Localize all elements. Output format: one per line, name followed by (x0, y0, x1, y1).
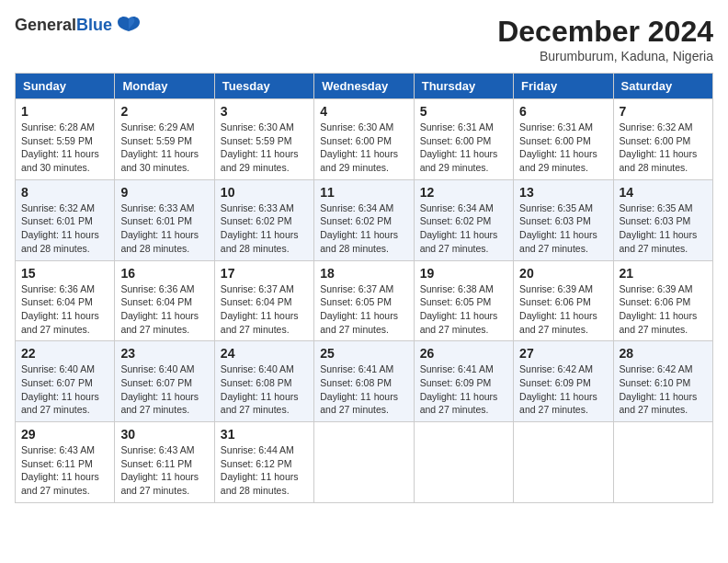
day-number: 12 (420, 185, 507, 200)
day-number: 30 (120, 427, 208, 442)
day-info: Sunrise: 6:32 AMSunset: 6:01 PMDaylight:… (21, 201, 108, 256)
day-number: 10 (221, 185, 308, 200)
day-number: 16 (120, 266, 208, 281)
day-info: Sunrise: 6:42 AMSunset: 6:09 PMDaylight:… (519, 362, 607, 417)
title-block: December 2024 Burumburum, Kaduna, Nigeri… (497, 15, 713, 63)
week-row-3: 15Sunrise: 6:36 AMSunset: 6:04 PMDayligh… (16, 260, 713, 341)
day-cell: 31Sunrise: 6:44 AMSunset: 6:12 PMDayligh… (214, 422, 313, 503)
day-info: Sunrise: 6:30 AMSunset: 5:59 PMDaylight:… (221, 121, 308, 175)
day-info: Sunrise: 6:28 AMSunset: 5:59 PMDaylight:… (21, 121, 108, 175)
day-cell: 30Sunrise: 6:43 AMSunset: 6:11 PMDayligh… (115, 422, 214, 503)
logo-general: General (15, 16, 76, 34)
day-number: 8 (21, 185, 108, 200)
day-info: Sunrise: 6:37 AMSunset: 6:05 PMDaylight:… (320, 282, 407, 337)
day-info: Sunrise: 6:34 AMSunset: 6:02 PMDaylight:… (320, 201, 407, 256)
day-number: 1 (21, 104, 108, 119)
day-info: Sunrise: 6:44 AMSunset: 6:12 PMDaylight:… (221, 443, 308, 498)
col-header-friday: Friday (514, 74, 613, 99)
day-number: 3 (221, 104, 308, 119)
day-info: Sunrise: 6:38 AMSunset: 6:05 PMDaylight:… (420, 282, 507, 337)
day-cell: 6Sunrise: 6:31 AMSunset: 6:00 PMDaylight… (514, 99, 613, 180)
day-info: Sunrise: 6:40 AMSunset: 6:07 PMDaylight:… (120, 362, 208, 417)
day-info: Sunrise: 6:43 AMSunset: 6:11 PMDaylight:… (21, 443, 108, 498)
col-header-tuesday: Tuesday (214, 74, 313, 99)
day-cell: 1Sunrise: 6:28 AMSunset: 5:59 PMDaylight… (16, 99, 115, 180)
day-cell: 26Sunrise: 6:41 AMSunset: 6:09 PMDayligh… (414, 341, 513, 422)
logo-text: GeneralBlue (15, 16, 112, 35)
week-row-1: 1Sunrise: 6:28 AMSunset: 5:59 PMDaylight… (16, 99, 713, 180)
day-cell: 7Sunrise: 6:32 AMSunset: 6:00 PMDaylight… (613, 99, 712, 180)
day-number: 4 (320, 104, 407, 119)
location-subtitle: Burumburum, Kaduna, Nigeria (497, 49, 713, 63)
day-cell: 2Sunrise: 6:29 AMSunset: 5:59 PMDaylight… (115, 99, 214, 180)
day-number: 17 (221, 266, 308, 281)
logo: GeneralBlue (15, 15, 142, 35)
day-cell: 20Sunrise: 6:39 AMSunset: 6:06 PMDayligh… (514, 260, 613, 341)
day-cell: 4Sunrise: 6:30 AMSunset: 6:00 PMDaylight… (314, 99, 414, 180)
day-cell: 9Sunrise: 6:33 AMSunset: 6:01 PMDaylight… (115, 179, 214, 260)
col-header-wednesday: Wednesday (314, 74, 414, 99)
day-cell (314, 422, 414, 503)
day-number: 11 (320, 185, 407, 200)
day-cell (414, 422, 513, 503)
day-info: Sunrise: 6:35 AMSunset: 6:03 PMDaylight:… (519, 201, 607, 256)
col-header-monday: Monday (115, 74, 214, 99)
day-info: Sunrise: 6:36 AMSunset: 6:04 PMDaylight:… (120, 282, 208, 337)
day-number: 25 (320, 346, 407, 361)
day-info: Sunrise: 6:42 AMSunset: 6:10 PMDaylight:… (620, 362, 707, 417)
day-number: 15 (21, 266, 108, 281)
day-number: 20 (519, 266, 607, 281)
day-number: 22 (21, 346, 108, 361)
calendar-table: SundayMondayTuesdayWednesdayThursdayFrid… (15, 73, 713, 503)
day-number: 7 (620, 104, 707, 119)
day-info: Sunrise: 6:32 AMSunset: 6:00 PMDaylight:… (620, 121, 707, 175)
day-cell: 14Sunrise: 6:35 AMSunset: 6:03 PMDayligh… (613, 179, 712, 260)
day-number: 28 (620, 346, 707, 361)
week-row-2: 8Sunrise: 6:32 AMSunset: 6:01 PMDaylight… (16, 179, 713, 260)
day-info: Sunrise: 6:34 AMSunset: 6:02 PMDaylight:… (420, 201, 507, 256)
week-row-4: 22Sunrise: 6:40 AMSunset: 6:07 PMDayligh… (16, 341, 713, 422)
day-number: 27 (519, 346, 607, 361)
day-cell: 10Sunrise: 6:33 AMSunset: 6:02 PMDayligh… (214, 179, 313, 260)
day-info: Sunrise: 6:39 AMSunset: 6:06 PMDaylight:… (519, 282, 607, 337)
day-number: 19 (420, 266, 507, 281)
day-info: Sunrise: 6:43 AMSunset: 6:11 PMDaylight:… (120, 443, 208, 498)
day-number: 23 (120, 346, 208, 361)
month-title: December 2024 (497, 15, 713, 49)
day-cell: 8Sunrise: 6:32 AMSunset: 6:01 PMDaylight… (16, 179, 115, 260)
day-cell: 21Sunrise: 6:39 AMSunset: 6:06 PMDayligh… (613, 260, 712, 341)
day-cell: 17Sunrise: 6:37 AMSunset: 6:04 PMDayligh… (214, 260, 313, 341)
day-info: Sunrise: 6:36 AMSunset: 6:04 PMDaylight:… (21, 282, 108, 337)
day-info: Sunrise: 6:40 AMSunset: 6:08 PMDaylight:… (221, 362, 308, 417)
day-cell: 3Sunrise: 6:30 AMSunset: 5:59 PMDaylight… (214, 99, 313, 180)
day-number: 24 (221, 346, 308, 361)
logo-blue: Blue (76, 16, 112, 34)
logo-bird-icon (116, 15, 142, 35)
day-info: Sunrise: 6:30 AMSunset: 6:00 PMDaylight:… (320, 121, 407, 175)
day-cell: 19Sunrise: 6:38 AMSunset: 6:05 PMDayligh… (414, 260, 513, 341)
week-row-5: 29Sunrise: 6:43 AMSunset: 6:11 PMDayligh… (16, 422, 713, 503)
day-cell: 12Sunrise: 6:34 AMSunset: 6:02 PMDayligh… (414, 179, 513, 260)
day-number: 2 (120, 104, 208, 119)
day-info: Sunrise: 6:31 AMSunset: 6:00 PMDaylight:… (420, 121, 507, 175)
day-number: 6 (519, 104, 607, 119)
col-header-saturday: Saturday (613, 74, 712, 99)
day-number: 29 (21, 427, 108, 442)
day-cell: 27Sunrise: 6:42 AMSunset: 6:09 PMDayligh… (514, 341, 613, 422)
day-number: 13 (519, 185, 607, 200)
day-info: Sunrise: 6:33 AMSunset: 6:01 PMDaylight:… (120, 201, 208, 256)
day-number: 21 (620, 266, 707, 281)
day-cell: 25Sunrise: 6:41 AMSunset: 6:08 PMDayligh… (314, 341, 414, 422)
day-cell (514, 422, 613, 503)
day-cell: 29Sunrise: 6:43 AMSunset: 6:11 PMDayligh… (16, 422, 115, 503)
day-cell: 24Sunrise: 6:40 AMSunset: 6:08 PMDayligh… (214, 341, 313, 422)
day-number: 5 (420, 104, 507, 119)
day-info: Sunrise: 6:41 AMSunset: 6:08 PMDaylight:… (320, 362, 407, 417)
page-header: GeneralBlue December 2024 Burumburum, Ka… (15, 15, 713, 63)
day-cell: 11Sunrise: 6:34 AMSunset: 6:02 PMDayligh… (314, 179, 414, 260)
day-info: Sunrise: 6:39 AMSunset: 6:06 PMDaylight:… (620, 282, 707, 337)
day-cell (613, 422, 712, 503)
day-info: Sunrise: 6:40 AMSunset: 6:07 PMDaylight:… (21, 362, 108, 417)
day-number: 31 (221, 427, 308, 442)
calendar-header-row: SundayMondayTuesdayWednesdayThursdayFrid… (16, 74, 713, 99)
